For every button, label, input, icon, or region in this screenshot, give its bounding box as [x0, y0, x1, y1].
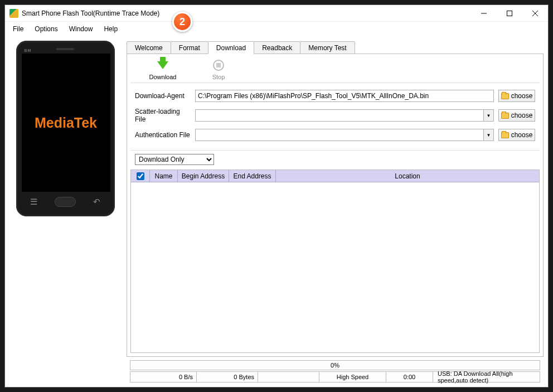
- col-location[interactable]: Location: [276, 170, 539, 182]
- status-mode: High Speed: [319, 371, 386, 383]
- status-usb: USB: DA Download All(high speed,auto det…: [433, 371, 540, 383]
- col-begin[interactable]: Begin Address: [178, 170, 229, 182]
- window-controls: [471, 5, 548, 22]
- tab-welcome[interactable]: Welcome: [127, 41, 171, 54]
- chevron-down-icon[interactable]: ▼: [483, 110, 493, 121]
- status-time: 0:00: [386, 371, 433, 383]
- phone-logo: MediaTek: [35, 115, 97, 131]
- phone-nav: ☰ ↶: [22, 197, 109, 207]
- phone-screen: MediaTek: [22, 54, 110, 192]
- close-button[interactable]: [522, 5, 548, 22]
- back-icon: ↶: [93, 197, 100, 207]
- partition-table: Name Begin Address End Address Location: [130, 170, 540, 353]
- progress-text: 0%: [331, 362, 339, 369]
- app-window: Smart Phone Flash Tool(Runtime Trace Mod…: [4, 4, 549, 388]
- choose-label: choose: [511, 112, 533, 119]
- stop-icon: [212, 59, 225, 72]
- scatter-combo[interactable]: ▼: [195, 109, 494, 122]
- status-speed: 0 B/s: [130, 371, 197, 383]
- folder-icon: [501, 132, 509, 138]
- row-scatter: Scatter-loading File ▼ choose: [135, 108, 535, 123]
- da-label: Download-Agent: [135, 92, 191, 100]
- maximize-button[interactable]: [497, 5, 522, 22]
- download-icon: [156, 59, 169, 72]
- menu-icon: ☰: [30, 197, 37, 207]
- app-icon: [9, 9, 18, 18]
- status-bytes: 0 Bytes: [197, 371, 258, 383]
- scatter-choose-button[interactable]: choose: [498, 109, 535, 122]
- folder-icon: [501, 93, 509, 99]
- da-choose-button[interactable]: choose: [498, 90, 535, 102]
- step-badge: 2: [172, 12, 192, 32]
- window-title: Smart Phone Flash Tool(Runtime Trace Mod…: [22, 9, 471, 17]
- scatter-input[interactable]: [196, 110, 483, 121]
- stop-button-label: Stop: [212, 74, 225, 80]
- mode-select[interactable]: Download Only: [135, 154, 214, 165]
- menu-file[interactable]: File: [8, 23, 28, 35]
- tab-format[interactable]: Format: [171, 41, 208, 54]
- mode-row: Download Only: [130, 154, 540, 168]
- minimize-icon: [481, 11, 487, 16]
- col-check[interactable]: [131, 170, 150, 182]
- tab-readback[interactable]: Readback: [254, 41, 300, 54]
- form-area: Download-Agent choose Scatter-loading Fi…: [130, 83, 540, 151]
- auth-choose-button[interactable]: choose: [498, 129, 535, 141]
- maximize-icon: [507, 11, 512, 16]
- main-pane: Welcome Format Download Readback Memory …: [127, 41, 544, 386]
- status-blank: [258, 371, 319, 383]
- auth-label: Authentication File: [135, 131, 191, 139]
- phone-label: BM: [25, 49, 32, 52]
- toolbar: Download Stop: [130, 54, 540, 83]
- col-name[interactable]: Name: [150, 170, 178, 182]
- menu-help[interactable]: Help: [99, 23, 122, 35]
- svg-rect-1: [507, 11, 512, 16]
- tab-body: Download Stop Download-Agent choose: [127, 54, 544, 357]
- workarea: BM MediaTek ☰ ↶ Welcome Format Download …: [5, 36, 548, 387]
- choose-label: choose: [511, 92, 533, 100]
- table-header: Name Begin Address End Address Location: [131, 170, 539, 182]
- chevron-down-icon[interactable]: ▼: [483, 129, 493, 141]
- scatter-label: Scatter-loading File: [135, 108, 191, 123]
- row-download-agent: Download-Agent choose: [135, 90, 535, 102]
- auth-input[interactable]: [196, 129, 483, 141]
- col-end[interactable]: End Address: [229, 170, 276, 182]
- download-button[interactable]: Download: [146, 59, 180, 80]
- status-bar: 0 B/s 0 Bytes High Speed 0:00 USB: DA Do…: [130, 371, 540, 383]
- phone-mock: BM MediaTek ☰ ↶: [16, 41, 115, 216]
- check-all[interactable]: [137, 172, 144, 180]
- stop-button[interactable]: Stop: [202, 59, 235, 80]
- folder-icon: [501, 113, 509, 119]
- menu-options[interactable]: Options: [30, 23, 62, 35]
- phone-pane: BM MediaTek ☰ ↶: [9, 41, 121, 386]
- tabbar: Welcome Format Download Readback Memory …: [127, 41, 544, 54]
- tab-download[interactable]: Download: [208, 41, 254, 54]
- tab-memory-test[interactable]: Memory Test: [300, 41, 355, 54]
- auth-combo[interactable]: ▼: [195, 129, 494, 141]
- choose-label: choose: [511, 131, 533, 139]
- phone-speaker: [56, 48, 74, 50]
- menu-window[interactable]: Window: [65, 23, 98, 35]
- close-icon: [532, 11, 538, 16]
- minimize-button[interactable]: [471, 5, 497, 22]
- progress-bar: 0%: [130, 360, 540, 370]
- da-input[interactable]: [195, 90, 494, 102]
- table-body: [131, 182, 539, 352]
- row-auth: Authentication File ▼ choose: [135, 129, 535, 141]
- titlebar: Smart Phone Flash Tool(Runtime Trace Mod…: [5, 5, 548, 22]
- menubar: File Options Window Help: [5, 22, 548, 36]
- home-icon: [55, 197, 76, 207]
- download-button-label: Download: [149, 74, 177, 80]
